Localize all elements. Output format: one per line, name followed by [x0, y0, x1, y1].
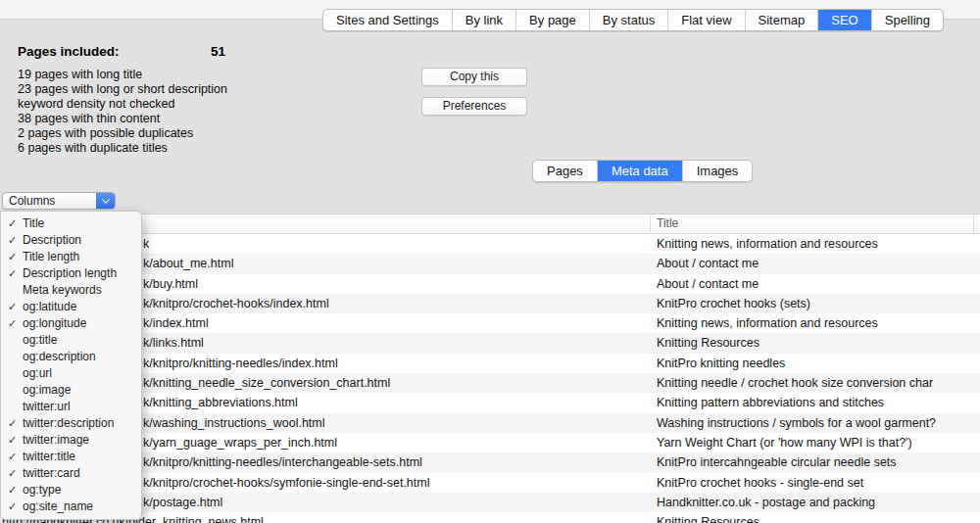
tab-seo[interactable]: SEO — [817, 10, 870, 30]
menu-item-label: Title — [23, 216, 44, 230]
menu-item-label: twitter:title — [23, 450, 75, 463]
url-cell: k/yarn_guage_wraps_per_inch.html — [143, 433, 337, 452]
summary-line: 23 pages with long or short description — [18, 82, 227, 97]
menu-item-og-image[interactable]: og:image — [1, 382, 141, 399]
menu-item-label: Description length — [23, 266, 117, 280]
title-cell: About / contact me — [657, 254, 759, 273]
title-cell: Knitting news, information and resources — [657, 234, 878, 254]
table-row[interactable]: k/links.html Knitting Resources — [0, 333, 980, 353]
tab-by-link[interactable]: By link — [452, 10, 515, 30]
table-row[interactable]: k/knitting_abbreviations.html Knitting p… — [0, 393, 980, 412]
checkmark-icon: ✓ — [8, 449, 17, 465]
seo-tool-window: Sites and SettingsBy linkBy pageBy statu… — [0, 0, 980, 523]
menu-item-twitter-description[interactable]: ✓ twitter:description — [1, 415, 141, 432]
url-cell: k/knitpro/knitting-needles/index.html — [143, 354, 338, 373]
tab-spelling[interactable]: Spelling — [871, 10, 943, 30]
menu-item-title-length[interactable]: ✓ Title length — [1, 249, 141, 265]
pages-included-label: Pages included: — [18, 44, 120, 59]
title-cell: Washing instructions / symbols for a woo… — [657, 413, 936, 433]
copy-this-button[interactable]: Copy this — [421, 68, 527, 86]
title-cell: Knitting news, information and resources — [657, 313, 878, 333]
summary-line: 2 pages with possible duplicates — [18, 126, 227, 141]
menu-item-title[interactable]: ✓ Title — [1, 215, 141, 232]
menu-item-description[interactable]: ✓ Description — [1, 232, 141, 249]
columns-dropdown-label: Columns — [3, 193, 96, 209]
checkmark-icon: ✓ — [8, 465, 17, 482]
menu-item-label: og:title — [23, 333, 57, 347]
main-tab-bar: Sites and SettingsBy linkBy pageBy statu… — [322, 9, 944, 31]
table-row[interactable]: k/postage.html Handknitter.co.uk - posta… — [0, 493, 980, 512]
pages-included-value: 51 — [211, 44, 225, 59]
tab-meta-data[interactable]: Meta data — [597, 161, 682, 181]
title-cell: Handknitter.co.uk - postage and packing — [657, 493, 875, 512]
column-divider — [973, 215, 974, 232]
url-cell: k/links.html — [143, 333, 204, 353]
title-cell: KnitPro crochet hooks - single-end set — [657, 473, 863, 493]
menu-item-label: twitter:card — [23, 466, 80, 480]
table-row[interactable]: k/knitpro/crochet-hooks/symfonie-single-… — [0, 473, 980, 493]
tab-pages[interactable]: Pages — [533, 161, 597, 181]
menu-item-label: Description — [23, 233, 81, 247]
table-row[interactable]: k/buy.html About / contact me — [0, 274, 980, 294]
meta-data-table: k Knitting news, information and resourc… — [0, 234, 980, 523]
url-cell: k — [143, 234, 149, 254]
checkmark-icon: ✓ — [8, 315, 17, 332]
table-row[interactable]: k/knitpro/crochet-hooks/index.html KnitP… — [0, 294, 980, 313]
menu-item-label: og:longitude — [23, 316, 86, 330]
checkmark-icon: ✓ — [8, 232, 17, 249]
table-header: Title — [0, 214, 980, 234]
url-cell: k/index.html — [143, 313, 209, 333]
title-column-header[interactable]: Title — [657, 214, 678, 233]
menu-item-og-type[interactable]: ✓ og:type — [1, 482, 141, 499]
table-row[interactable]: http://handknitter.co.uk/older_knitting_… — [0, 512, 980, 523]
tab-by-status[interactable]: By status — [589, 10, 667, 30]
checkmark-icon: ✓ — [8, 215, 17, 232]
tab-flat-view[interactable]: Flat view — [667, 10, 744, 30]
menu-item-og-longitude[interactable]: ✓ og:longitude — [1, 315, 141, 332]
menu-item-twitter-title[interactable]: ✓ twitter:title — [1, 449, 141, 465]
menu-item-twitter-image[interactable]: ✓ twitter:image — [1, 432, 141, 449]
table-row[interactable]: k/knitpro/knitting-needles/index.html Kn… — [0, 354, 980, 373]
url-cell: k/knitting_abbreviations.html — [143, 393, 298, 412]
table-row[interactable]: k/washing_instructions_wool.html Washing… — [0, 413, 980, 433]
tab-images[interactable]: Images — [682, 161, 753, 181]
table-row[interactable]: k/about_me.html About / contact me — [0, 254, 980, 273]
menu-item-label: Title length — [23, 250, 79, 263]
columns-dropdown-button[interactable]: Columns — [2, 192, 116, 210]
columns-menu: ✓ Title ✓ Description ✓ Title length ✓ D… — [0, 211, 142, 520]
title-cell: Yarn Weight Chart (or 'how many WPI is t… — [657, 433, 912, 452]
tab-by-page[interactable]: By page — [515, 10, 589, 30]
menu-item-og-url[interactable]: og:url — [1, 365, 141, 382]
menu-item-label: og:latitude — [23, 300, 76, 313]
table-row[interactable]: k/knitting_needle_size_conversion_chart.… — [0, 373, 980, 393]
menu-item-twitter-url[interactable]: twitter:url — [1, 399, 141, 415]
summary-line: 38 pages with thin content — [18, 112, 227, 126]
tab-sitemap[interactable]: Sitemap — [745, 10, 818, 30]
checkmark-icon: ✓ — [8, 415, 17, 432]
summary-line: 6 pages with duplicate titles — [18, 141, 227, 156]
title-cell: About / contact me — [657, 274, 759, 294]
menu-item-og-title[interactable]: og:title — [1, 332, 141, 349]
menu-item-og-description[interactable]: og:description — [1, 349, 141, 365]
menu-item-og-site-name[interactable]: ✓ og:site_name — [1, 499, 141, 515]
menu-item-og-latitude[interactable]: ✓ og:latitude — [1, 299, 141, 315]
preferences-button[interactable]: Preferences — [421, 97, 527, 116]
url-cell: k/knitpro/crochet-hooks/symfonie-single-… — [143, 473, 429, 493]
url-cell: k/washing_instructions_wool.html — [143, 413, 325, 433]
table-row[interactable]: k Knitting news, information and resourc… — [0, 234, 980, 254]
summary-line: keyword density not checked — [18, 97, 227, 112]
menu-item-description-length[interactable]: ✓ Description length — [1, 265, 141, 282]
checkmark-icon: ✓ — [8, 499, 17, 515]
table-row[interactable]: k/index.html Knitting news, information … — [0, 313, 980, 333]
title-cell: KnitPro knitting needles — [657, 354, 785, 373]
url-cell: k/knitpro/knitting-needles/interchangeab… — [143, 452, 422, 472]
summary-line: 19 pages with long title — [18, 68, 227, 82]
chevron-down-icon — [96, 193, 115, 209]
checkmark-icon: ✓ — [8, 432, 17, 449]
menu-item-meta-keywords[interactable]: Meta keywords — [1, 282, 141, 299]
table-row[interactable]: k/yarn_guage_wraps_per_inch.html Yarn We… — [0, 433, 980, 452]
tab-sites-and-settings[interactable]: Sites and Settings — [323, 10, 452, 30]
menu-item-label: og:site_name — [23, 499, 93, 513]
table-row[interactable]: k/knitpro/knitting-needles/interchangeab… — [0, 452, 980, 472]
menu-item-twitter-card[interactable]: ✓ twitter:card — [1, 465, 141, 482]
